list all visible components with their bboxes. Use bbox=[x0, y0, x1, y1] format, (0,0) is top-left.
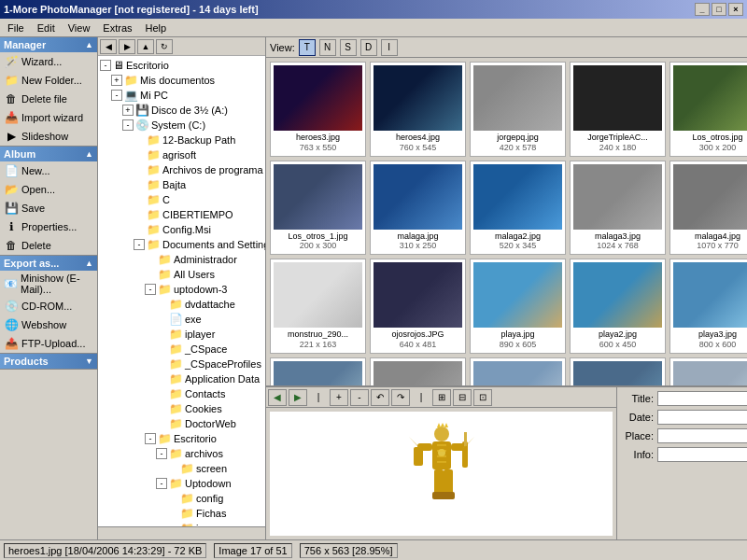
tree-content[interactable]: -🖥Escritorio+📁Mis documentos-💻Mi PC+💾Dis… bbox=[98, 56, 265, 526]
tree-node[interactable]: 📁Contacts bbox=[100, 386, 263, 401]
thumb-item[interactable]: monstruo_290...221 x 163 bbox=[270, 259, 366, 354]
thumb-item[interactable]: heroes4.jpg760 x 545 bbox=[370, 62, 466, 157]
album-new-item[interactable]: 📄 New... bbox=[0, 161, 97, 180]
ftp-upload-item[interactable]: 📤 FTP-Upload... bbox=[0, 334, 97, 353]
tree-expander-icon[interactable]: - bbox=[156, 478, 167, 489]
thumb-item[interactable] bbox=[270, 357, 366, 385]
tree-node[interactable]: 📁_CSpaceProfiles bbox=[100, 357, 263, 371]
prev-rotate-ccw[interactable]: ↶ bbox=[371, 389, 389, 406]
tree-node[interactable]: 📁Cookies bbox=[100, 401, 263, 416]
menu-file[interactable]: File bbox=[2, 21, 30, 35]
tree-node[interactable]: 📁config bbox=[100, 491, 263, 506]
export-header[interactable]: Export as... ▲ bbox=[0, 256, 97, 271]
tree-node[interactable]: 📁Application Data bbox=[100, 371, 263, 386]
tree-fwd-btn[interactable]: ▶ bbox=[119, 39, 135, 54]
menu-extras[interactable]: Extras bbox=[97, 21, 137, 35]
cdrom-item[interactable]: 💿 CD-ROM... bbox=[0, 297, 97, 315]
tree-node[interactable]: -📁Escritorio bbox=[100, 431, 263, 446]
thumb-item[interactable]: playa2.jpg600 x 450 bbox=[570, 259, 666, 354]
tree-node[interactable]: 📁iplayer bbox=[100, 327, 263, 342]
maximize-button[interactable]: □ bbox=[712, 3, 726, 16]
thumb-item[interactable] bbox=[470, 357, 566, 385]
thumb-item[interactable]: malaga.jpg310 x 250 bbox=[370, 161, 466, 256]
thumb-item[interactable]: jorgepq.jpg420 x 578 bbox=[470, 62, 566, 157]
tree-node[interactable]: 📁CIBERTIEMPO bbox=[100, 207, 263, 222]
thumb-item[interactable]: Los_otros_1.jpg200 x 300 bbox=[270, 161, 366, 256]
info-title-input[interactable] bbox=[657, 391, 747, 406]
tree-up-btn[interactable]: ▲ bbox=[137, 39, 154, 54]
tree-node[interactable]: -💻Mi PC bbox=[100, 88, 263, 103]
new-folder-item[interactable]: 📁 New Folder... bbox=[0, 71, 97, 90]
tree-node[interactable]: 📁Config.Msi bbox=[100, 222, 263, 237]
album-delete-item[interactable]: 🗑 Delete bbox=[0, 236, 97, 255]
tree-node[interactable]: -📁Documents and Settings bbox=[100, 237, 263, 252]
album-properties-item[interactable]: ℹ Properties... bbox=[0, 217, 97, 236]
tree-node[interactable]: 📁_CSpace bbox=[100, 342, 263, 357]
tree-node[interactable]: 📁C bbox=[100, 192, 263, 207]
thumb-item[interactable]: malaga3.jpg1024 x 768 bbox=[570, 161, 666, 256]
thumb-item[interactable]: malaga4.jpg1070 x 770 bbox=[669, 161, 747, 256]
menu-view[interactable]: View bbox=[63, 21, 96, 35]
tree-expander-icon[interactable]: + bbox=[111, 75, 122, 86]
tree-node[interactable]: 📁DoctorWeb bbox=[100, 416, 263, 431]
wizard-item[interactable]: 🪄 Wizard... bbox=[0, 52, 97, 71]
products-header[interactable]: Products ▼ bbox=[0, 354, 97, 369]
tree-expander-icon[interactable]: + bbox=[122, 105, 134, 116]
tree-node[interactable]: -🖥Escritorio bbox=[100, 58, 263, 73]
album-header[interactable]: Album ▲ bbox=[0, 147, 97, 161]
tree-node[interactable]: 📁Fichas bbox=[100, 506, 263, 521]
tree-node[interactable]: -📁Uptodown bbox=[100, 476, 263, 491]
thumb-item[interactable]: heroes3.jpg763 x 550 bbox=[270, 62, 366, 157]
minimize-button[interactable]: _ bbox=[695, 3, 710, 16]
view-btn-i[interactable]: I bbox=[381, 39, 398, 56]
view-btn-d[interactable]: D bbox=[360, 39, 377, 56]
prev-back-btn[interactable]: ◀ bbox=[268, 389, 287, 406]
view-btn-n[interactable]: N bbox=[319, 39, 336, 56]
minishow-item[interactable]: 📧 Minishow (E-Mail)... bbox=[0, 271, 97, 297]
prev-fullscreen[interactable]: ⊡ bbox=[473, 389, 492, 406]
thumb-item[interactable]: Los_otros.jpg300 x 200 bbox=[669, 62, 747, 157]
thumb-item[interactable]: playa.jpg890 x 605 bbox=[470, 259, 566, 354]
prev-rotate-cw[interactable]: ↷ bbox=[391, 389, 410, 406]
tree-node[interactable]: -💿System (C:) bbox=[100, 118, 263, 133]
tree-node[interactable]: 📁screen bbox=[100, 461, 263, 476]
import-wizard-item[interactable]: 📥 Import wizard bbox=[0, 108, 97, 127]
tree-node[interactable]: -📁archivos bbox=[100, 446, 263, 461]
tree-node[interactable]: 📁Archivos de programa bbox=[100, 162, 263, 177]
tree-back-btn[interactable]: ◀ bbox=[100, 39, 117, 54]
tree-node[interactable]: 📁agrisoft bbox=[100, 147, 263, 162]
tree-node[interactable]: +📁Mis documentos bbox=[100, 73, 263, 88]
album-save-item[interactable]: 💾 Save bbox=[0, 199, 97, 217]
tree-expander-icon[interactable]: - bbox=[145, 284, 156, 295]
menu-help[interactable]: Help bbox=[140, 21, 173, 35]
webshow-item[interactable]: 🌐 Webshow bbox=[0, 315, 97, 334]
tree-node[interactable]: 📁Administrador bbox=[100, 252, 263, 267]
tree-node[interactable]: 📁dvdattache bbox=[100, 297, 263, 312]
prev-zoom-out[interactable]: - bbox=[350, 389, 369, 406]
thumb-item[interactable]: playa3.jpg800 x 600 bbox=[669, 259, 747, 354]
tree-node[interactable]: 📁Bajta bbox=[100, 177, 263, 192]
tree-node[interactable]: 📄exe bbox=[100, 312, 263, 327]
prev-zoom-in[interactable]: + bbox=[330, 389, 348, 406]
thumb-item[interactable]: ojosrojos.JPG640 x 481 bbox=[370, 259, 466, 354]
prev-grid2[interactable]: ⊟ bbox=[453, 389, 472, 406]
tree-expander-icon[interactable]: - bbox=[122, 119, 134, 131]
thumb-item[interactable] bbox=[370, 357, 466, 385]
tree-node[interactable]: 📁All Users bbox=[100, 267, 263, 282]
tree-expander-icon[interactable]: - bbox=[134, 239, 145, 250]
info-place-input[interactable] bbox=[657, 428, 747, 443]
tree-scrollbar-h[interactable] bbox=[98, 526, 265, 539]
tree-node[interactable]: 📁12-Backup Path bbox=[100, 133, 263, 147]
manager-header[interactable]: Manager ▲ bbox=[0, 37, 97, 52]
view-btn-s[interactable]: S bbox=[340, 39, 357, 56]
tree-expander-icon[interactable]: - bbox=[111, 90, 122, 101]
prev-grid1[interactable]: ⊞ bbox=[432, 389, 451, 406]
tree-node[interactable]: -📁uptodown-3 bbox=[100, 282, 263, 297]
album-open-item[interactable]: 📂 Open... bbox=[0, 180, 97, 199]
tree-node[interactable]: +💾Disco de 3½ (A:) bbox=[100, 103, 263, 118]
thumb-item[interactable]: malaga2.jpg520 x 345 bbox=[470, 161, 566, 256]
thumb-item[interactable] bbox=[669, 357, 747, 385]
thumb-item[interactable]: JorgeTripleAC...240 x 180 bbox=[570, 62, 666, 157]
tree-expander-icon[interactable]: - bbox=[100, 60, 111, 71]
menu-edit[interactable]: Edit bbox=[32, 21, 61, 35]
